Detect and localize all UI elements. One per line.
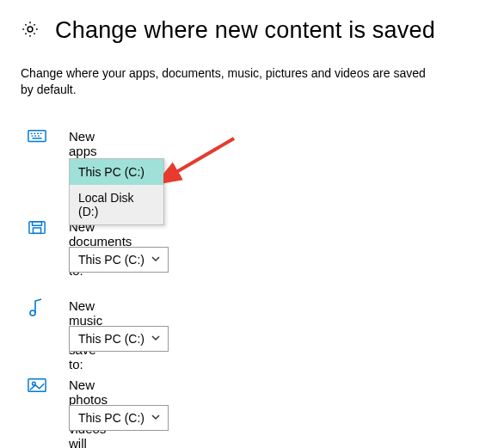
music-combobox[interactable]: This PC (C:)	[69, 326, 169, 352]
apps-option-selected[interactable]: This PC (C:)	[70, 159, 163, 185]
documents-combobox[interactable]: This PC (C:)	[69, 247, 169, 273]
apps-option-other[interactable]: Local Disk (D:)	[70, 185, 163, 224]
document-save-icon	[28, 219, 46, 238]
page-title: Change where new content is saved	[55, 17, 435, 44]
annotation-arrow	[163, 133, 241, 185]
svg-rect-1	[28, 131, 46, 142]
svg-rect-12	[33, 222, 42, 226]
chevron-down-icon	[151, 411, 161, 425]
page-header: Change where new content is saved	[21, 17, 435, 44]
chevron-down-icon	[151, 332, 161, 346]
svg-point-14	[30, 310, 35, 316]
photos-combobox[interactable]: This PC (C:)	[69, 405, 169, 431]
chevron-down-icon	[151, 253, 161, 267]
svg-line-10	[172, 138, 234, 175]
music-selected: This PC (C:)	[78, 332, 145, 346]
gear-icon	[21, 20, 40, 42]
keyboard-icon	[28, 129, 46, 148]
documents-selected: This PC (C:)	[78, 253, 145, 267]
page-description: Change where your apps, documents, music…	[21, 65, 434, 98]
svg-point-0	[28, 27, 33, 32]
music-note-icon	[28, 298, 46, 317]
photos-selected: This PC (C:)	[78, 411, 145, 425]
picture-icon	[28, 377, 46, 396]
svg-rect-13	[33, 228, 40, 233]
apps-dropdown-open[interactable]: This PC (C:) Local Disk (D:)	[69, 158, 164, 225]
svg-point-16	[33, 382, 36, 385]
